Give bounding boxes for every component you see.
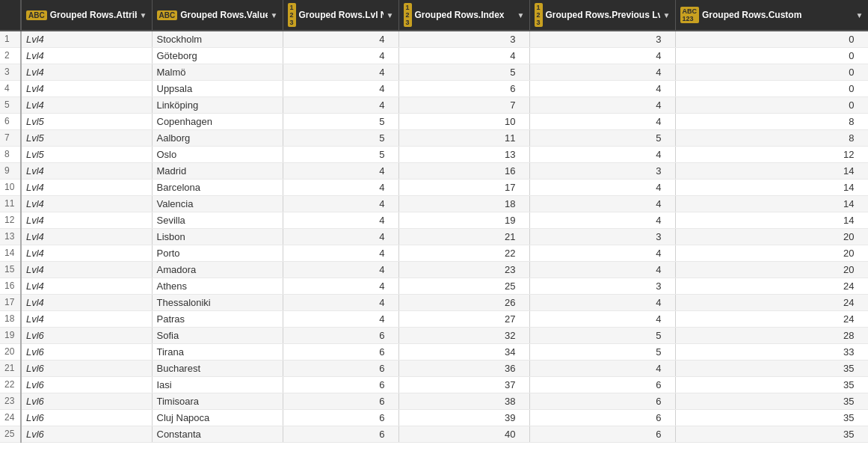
col-header-index[interactable]: 123 Grouped Rows.Index ▼ (398, 0, 529, 31)
cell-value: Barcelona (152, 179, 283, 195)
col-header-rownum (0, 0, 21, 31)
cell-value: Sofia (152, 327, 283, 343)
cell-custom: 35 (675, 426, 868, 442)
cell-prev-lvl: 4 (529, 310, 675, 327)
cell-custom: 8 (675, 113, 868, 129)
cell-index: 36 (398, 360, 529, 376)
cell-prev-lvl: 4 (529, 360, 675, 376)
cell-row-num: 19 (0, 327, 21, 343)
cell-custom: 20 (675, 228, 868, 245)
cell-attribute: Lvl4 (21, 277, 152, 294)
cell-lvlnb: 4 (283, 47, 398, 64)
cell-index: 32 (398, 327, 529, 343)
cell-prev-lvl: 4 (529, 261, 675, 277)
cell-prev-lvl: 6 (529, 409, 675, 426)
table-row: 4Lvl4Uppsala4640 (0, 80, 868, 96)
col-label-prev: Grouped Rows.Previous Lvl (546, 10, 660, 20)
col-dropdown-prev[interactable]: ▼ (663, 11, 671, 19)
table-row: 15Lvl4Amadora423420 (0, 261, 868, 277)
cell-attribute: Lvl6 (21, 343, 152, 360)
cell-attribute: Lvl6 (21, 327, 152, 343)
cell-prev-lvl: 5 (529, 327, 675, 343)
cell-value: Constanta (152, 426, 283, 442)
cell-lvlnb: 4 (283, 80, 398, 96)
cell-row-num: 7 (0, 129, 21, 146)
cell-index: 22 (398, 245, 529, 261)
cell-lvlnb: 5 (283, 146, 398, 162)
cell-lvlnb: 4 (283, 96, 398, 113)
cell-row-num: 21 (0, 360, 21, 376)
cell-row-num: 13 (0, 228, 21, 245)
cell-custom: 24 (675, 310, 868, 327)
cell-index: 19 (398, 212, 529, 228)
cell-attribute: Lvl4 (21, 96, 152, 113)
col-dropdown-attribute[interactable]: ▼ (140, 11, 147, 19)
cell-prev-lvl: 6 (529, 426, 675, 442)
cell-row-num: 25 (0, 426, 21, 442)
cell-index: 25 (398, 277, 529, 294)
cell-lvlnb: 4 (283, 245, 398, 261)
cell-index: 11 (398, 129, 529, 146)
table-row: 24Lvl6Cluj Napoca639635 (0, 409, 868, 426)
cell-row-num: 23 (0, 393, 21, 409)
cell-custom: 0 (675, 80, 868, 96)
cell-index: 34 (398, 343, 529, 360)
cell-lvlnb: 5 (283, 113, 398, 129)
data-table: ABC Grouped Rows.Attribute ▼ ABC Grouped… (0, 0, 868, 443)
cell-lvlnb: 4 (283, 179, 398, 195)
table-row: 11Lvl4Valencia418414 (0, 195, 868, 212)
cell-lvlnb: 4 (283, 31, 398, 47)
cell-attribute: Lvl4 (21, 228, 152, 245)
cell-lvlnb: 4 (283, 228, 398, 245)
table-row: 13Lvl4Lisbon421320 (0, 228, 868, 245)
cell-lvlnb: 6 (283, 409, 398, 426)
cell-index: 17 (398, 179, 529, 195)
cell-attribute: Lvl5 (21, 129, 152, 146)
col-dropdown-index[interactable]: ▼ (517, 11, 525, 19)
cell-row-num: 22 (0, 376, 21, 393)
col-dropdown-custom[interactable]: ▼ (856, 11, 864, 19)
cell-custom: 14 (675, 162, 868, 179)
col-header-prev[interactable]: 123 Grouped Rows.Previous Lvl ▼ (529, 0, 675, 31)
cell-prev-lvl: 3 (529, 228, 675, 245)
cell-prev-lvl: 5 (529, 129, 675, 146)
cell-custom: 24 (675, 277, 868, 294)
cell-custom: 35 (675, 393, 868, 409)
col-header-custom[interactable]: ABC123 Grouped Rows.Custom ▼ (675, 0, 868, 31)
table-row: 9Lvl4Madrid416314 (0, 162, 868, 179)
cell-row-num: 1 (0, 31, 21, 47)
col-header-lvlnb[interactable]: 123 Grouped Rows.Lvl Nb ▼ (283, 0, 398, 31)
table-header-row: ABC Grouped Rows.Attribute ▼ ABC Grouped… (0, 0, 868, 31)
cell-lvlnb: 6 (283, 393, 398, 409)
table-row: 19Lvl6Sofia632528 (0, 327, 868, 343)
cell-attribute: Lvl4 (21, 195, 152, 212)
col-type-icon-value: ABC (157, 10, 178, 20)
cell-prev-lvl: 4 (529, 245, 675, 261)
cell-lvlnb: 6 (283, 360, 398, 376)
table-row: 25Lvl6Constanta640635 (0, 426, 868, 442)
cell-prev-lvl: 3 (529, 31, 675, 47)
col-header-attribute[interactable]: ABC Grouped Rows.Attribute ▼ (21, 0, 152, 31)
cell-row-num: 20 (0, 343, 21, 360)
cell-attribute: Lvl4 (21, 179, 152, 195)
table-row: 2Lvl4Göteborg4440 (0, 47, 868, 64)
cell-index: 3 (398, 31, 529, 47)
cell-row-num: 10 (0, 179, 21, 195)
cell-attribute: Lvl4 (21, 212, 152, 228)
cell-lvlnb: 4 (283, 310, 398, 327)
cell-value: Sevilla (152, 212, 283, 228)
cell-attribute: Lvl4 (21, 310, 152, 327)
cell-value: Valencia (152, 195, 283, 212)
cell-lvlnb: 6 (283, 426, 398, 442)
cell-custom: 0 (675, 31, 868, 47)
col-dropdown-value[interactable]: ▼ (271, 11, 278, 19)
col-dropdown-lvlnb[interactable]: ▼ (387, 11, 394, 19)
main-table-container: ABC Grouped Rows.Attribute ▼ ABC Grouped… (0, 0, 868, 460)
table-row: 22Lvl6Iasi637635 (0, 376, 868, 393)
cell-index: 16 (398, 162, 529, 179)
cell-attribute: Lvl4 (21, 245, 152, 261)
cell-custom: 35 (675, 376, 868, 393)
cell-custom: 20 (675, 261, 868, 277)
col-header-value[interactable]: ABC Grouped Rows.Value ▼ (152, 0, 283, 31)
cell-index: 18 (398, 195, 529, 212)
